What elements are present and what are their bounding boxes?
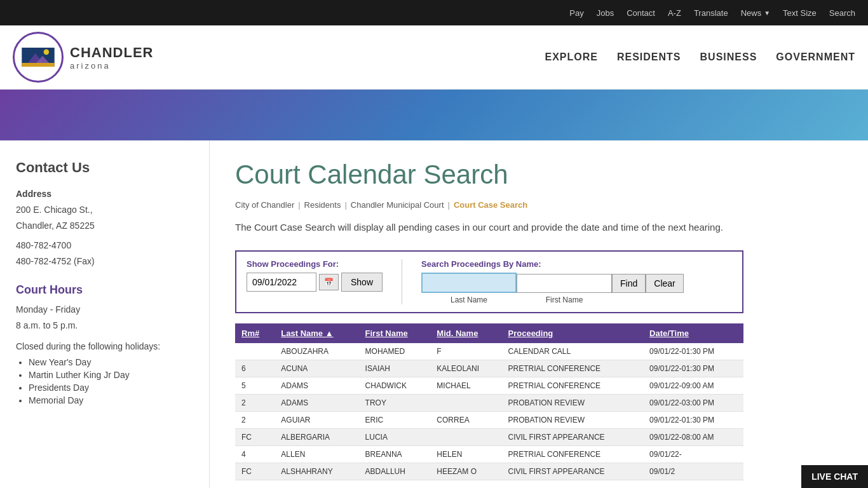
table-cell-mid: HEEZAM O bbox=[430, 463, 501, 480]
table-row: ABOUZAHRAMOHAMEDFCALENDAR CALL09/01/22-0… bbox=[235, 343, 743, 360]
breadcrumb-city[interactable]: City of Chandler bbox=[235, 200, 294, 210]
table-cell-datetime: 09/01/22-09:00 AM bbox=[643, 377, 743, 395]
table-cell-datetime: 09/01/2 bbox=[643, 463, 743, 480]
table-cell-datetime: 09/01/22- bbox=[643, 446, 743, 463]
table-cell-first: MOHAMED bbox=[359, 343, 431, 360]
table-row: 5ADAMSCHADWICKMICHAELPRETRIAL CONFERENCE… bbox=[235, 377, 743, 395]
table-cell-proceeding: PRETRIAL CONFERENCE bbox=[502, 360, 644, 377]
col-lastname: Last Name ▲ bbox=[275, 323, 358, 343]
col-midname-link[interactable]: Mid. Name bbox=[437, 329, 478, 338]
col-proceeding: Proceeding bbox=[502, 323, 644, 343]
topbar-news[interactable]: News bbox=[741, 8, 762, 18]
sidebar-phone: 480-782-4700 bbox=[16, 239, 193, 252]
logo-circle bbox=[13, 32, 64, 83]
table-cell-last: ABOUZAHRA bbox=[275, 343, 358, 360]
holiday-list: New Year's Day Martin Luther King Jr Day… bbox=[16, 357, 193, 405]
nav-explore[interactable]: EXPLORE bbox=[545, 51, 597, 63]
table-row: 4ALLENBREANNAHELENPRETRIAL CONFERENCE09/… bbox=[235, 446, 743, 463]
table-cell-last: ALBERGARIA bbox=[275, 429, 358, 446]
col-datetime-link[interactable]: Date/Time bbox=[649, 329, 689, 338]
find-button[interactable]: Find bbox=[612, 274, 646, 293]
table-cell-rm: 2 bbox=[235, 412, 275, 429]
table-cell-first: ABDALLUH bbox=[359, 463, 431, 480]
table-cell-mid: MICHAEL bbox=[430, 377, 501, 395]
table-cell-first: ERIC bbox=[359, 412, 431, 429]
col-rm: Rm# bbox=[235, 323, 275, 343]
search-left: Show Proceedings For: 📅 Show bbox=[247, 259, 383, 292]
table-cell-last: ALLEN bbox=[275, 446, 358, 463]
nav-residents[interactable]: RESIDENTS bbox=[617, 51, 681, 63]
table-cell-proceeding: PROBATION REVIEW bbox=[502, 412, 644, 429]
sidebar-hours-weekdays: Monday - Friday bbox=[16, 303, 193, 316]
table-cell-mid bbox=[430, 395, 501, 412]
table-row: 2ADAMSTROYPROBATION REVIEW09/01/22-03:00… bbox=[235, 395, 743, 412]
table-cell-first: LUCIA bbox=[359, 429, 431, 446]
search-divider bbox=[402, 259, 402, 304]
name-search-group: Find Clear bbox=[421, 273, 684, 293]
col-firstname-link[interactable]: First Name bbox=[365, 329, 408, 338]
breadcrumb-residents[interactable]: Residents bbox=[304, 200, 341, 210]
breadcrumb-sep1: | bbox=[298, 200, 300, 210]
topbar-translate[interactable]: Translate bbox=[694, 8, 728, 18]
table-cell-datetime: 09/01/22-01:30 PM bbox=[643, 412, 743, 429]
table-cell-rm: FC bbox=[235, 429, 275, 446]
svg-point-4 bbox=[44, 50, 50, 55]
sidebar-contact-heading: Contact Us bbox=[16, 159, 193, 176]
date-input[interactable] bbox=[247, 273, 316, 292]
col-datetime: Date/Time bbox=[643, 323, 743, 343]
breadcrumb-court[interactable]: Chandler Municipal Court bbox=[351, 200, 444, 210]
col-lastname-link[interactable]: Last Name ▲ bbox=[281, 329, 333, 338]
table-cell-proceeding: CIVIL FIRST APPEARANCE bbox=[502, 463, 644, 480]
table-cell-proceeding: CALENDAR CALL bbox=[502, 343, 644, 360]
table-header: Rm# Last Name ▲ First Name Mid. Name Pro… bbox=[235, 323, 743, 343]
page-layout: Contact Us Address 200 E. Chicago St., C… bbox=[0, 140, 868, 488]
hero-banner bbox=[0, 90, 868, 140]
nav-business[interactable]: BUSINESS bbox=[700, 51, 757, 63]
table-cell-rm bbox=[235, 343, 275, 360]
table-cell-last: ADAMS bbox=[275, 377, 358, 395]
nav-government[interactable]: GOVERNMENT bbox=[776, 51, 855, 63]
last-name-input[interactable] bbox=[421, 273, 517, 293]
table-cell-rm: FC bbox=[235, 463, 275, 480]
col-proceeding-link[interactable]: Proceeding bbox=[508, 329, 553, 338]
topbar-contact[interactable]: Contact bbox=[627, 8, 655, 18]
sidebar-address-line1: 200 E. Chicago St., bbox=[16, 203, 193, 217]
nav-links: EXPLORE RESIDENTS BUSINESS GOVERNMENT bbox=[545, 51, 855, 63]
table-cell-proceeding: PRETRIAL CONFERENCE bbox=[502, 446, 644, 463]
topbar-text-size[interactable]: Text Size bbox=[783, 8, 817, 18]
topbar-search[interactable]: Search bbox=[829, 8, 855, 18]
live-chat-button[interactable]: LIVE CHAT bbox=[801, 465, 868, 488]
logo-area: CHANDLER arizona bbox=[13, 32, 153, 83]
news-arrow-icon: ▼ bbox=[764, 10, 770, 17]
first-name-input[interactable] bbox=[517, 274, 612, 293]
breadcrumb-current: Court Case Search bbox=[454, 200, 527, 210]
svg-rect-3 bbox=[22, 63, 54, 67]
calendar-button[interactable]: 📅 bbox=[319, 274, 339, 290]
table-cell-last: AGUIAR bbox=[275, 412, 358, 429]
input-labels: Last Name First Name bbox=[421, 295, 684, 304]
sidebar: Contact Us Address 200 E. Chicago St., C… bbox=[0, 140, 210, 488]
topbar-news-group: News ▼ bbox=[741, 8, 770, 18]
col-rm-link[interactable]: Rm# bbox=[241, 329, 259, 338]
topbar-az[interactable]: A-Z bbox=[668, 8, 681, 18]
table-cell-first: BREANNA bbox=[359, 446, 431, 463]
table-row: 2AGUIARERICCORREAPROBATION REVIEW09/01/2… bbox=[235, 412, 743, 429]
logo-text-area: CHANDLER arizona bbox=[70, 44, 153, 71]
table-row: FCALBERGARIALUCIACIVIL FIRST APPEARANCE0… bbox=[235, 429, 743, 446]
list-item: Presidents Day bbox=[29, 383, 193, 393]
table-cell-first: TROY bbox=[359, 395, 431, 412]
logo-city-name: CHANDLER bbox=[70, 44, 153, 61]
table-cell-rm: 2 bbox=[235, 395, 275, 412]
list-item: New Year's Day bbox=[29, 357, 193, 367]
topbar-jobs[interactable]: Jobs bbox=[597, 8, 614, 18]
table-cell-mid: HELEN bbox=[430, 446, 501, 463]
table-cell-mid bbox=[430, 429, 501, 446]
show-button[interactable]: Show bbox=[341, 273, 383, 292]
logo-mountain-icon bbox=[19, 48, 57, 67]
topbar-pay[interactable]: Pay bbox=[569, 8, 583, 18]
main-content: Court Calendar Search City of Chandler |… bbox=[210, 140, 868, 488]
table-cell-rm: 6 bbox=[235, 360, 275, 377]
table-cell-rm: 5 bbox=[235, 377, 275, 395]
table-row: 6ACUNAISAIAHKALEOLANIPRETRIAL CONFERENCE… bbox=[235, 360, 743, 377]
clear-button[interactable]: Clear bbox=[646, 274, 683, 293]
